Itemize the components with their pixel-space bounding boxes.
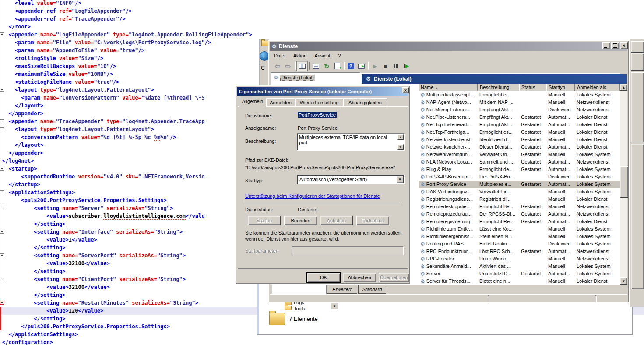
- fold-collapse-icon[interactable]: [0, 167, 4, 171]
- table-row[interactable]: ⚙Net.Msmq-Listener...Empfängt Akt...Deak…: [419, 106, 620, 114]
- maximize-button[interactable]: [611, 42, 619, 49]
- chevron-down-icon[interactable]: ▼: [396, 176, 404, 183]
- service-gear-icon: ⚙: [420, 152, 425, 157]
- table-row[interactable]: ⚙ServerUnterstützt D...GestartetAutomat.…: [419, 270, 620, 277]
- service-gear-icon: ⚙: [420, 122, 425, 128]
- fold-collapse-icon[interactable]: [0, 32, 4, 36]
- table-row[interactable]: ⚙Port Proxy ServiceMultiplexes e...Gesta…: [419, 181, 620, 188]
- table-row[interactable]: ⚙Server für Threads...Bietet eine n...Ma…: [419, 277, 620, 285]
- fold-collapse-icon-changed[interactable]: [0, 301, 4, 305]
- folder-dropdown-button[interactable]: ▼: [331, 302, 338, 309]
- close-button[interactable]: ×: [620, 42, 628, 49]
- toolbar-refresh-icon[interactable]: ↻: [321, 61, 332, 71]
- table-row[interactable]: ⚙NetzwerklistendienstIdentifiziert d...G…: [419, 136, 620, 143]
- folder-item-tools[interactable]: Tools: [285, 306, 305, 311]
- beschreibung-textbox[interactable]: Multiplexes external TCP/IP data on loca…: [297, 133, 405, 151]
- menu-item-ansicht[interactable]: Ansicht: [310, 52, 334, 59]
- toolbar-forward-icon[interactable]: ⇨: [283, 61, 293, 71]
- column-header-status[interactable]: Status: [519, 84, 546, 91]
- table-row[interactable]: ⚙Richtlinienergebniss...Stellt einen N..…: [419, 233, 620, 240]
- table-row[interactable]: ⚙Plug & PlayErmöglicht de...GestartetAut…: [419, 166, 620, 173]
- table-row[interactable]: ⚙Registrierungsdiens...Registriert di...…: [419, 196, 620, 203]
- fold-collapse-icon[interactable]: [0, 127, 4, 131]
- table-row[interactable]: ⚙Netzwerkverbindun...Verwaltet Ob...Gest…: [419, 151, 620, 158]
- table-row[interactable]: ⚙NLA (Network Loca...Sammelt und ...Gest…: [419, 158, 620, 166]
- table-row[interactable]: ⚙Multimediaklassenpl...Ermöglicht ei...M…: [419, 91, 620, 99]
- anhalten-button[interactable]: Anhalten: [320, 216, 353, 225]
- services-window-titlebar[interactable]: ⚙ Dienste: [270, 42, 627, 51]
- view-tab-erweitert[interactable]: Erweitert: [327, 285, 357, 294]
- table-row[interactable]: ⚙Remoteprozedurau...Der RPCSS-Di...Gesta…: [419, 210, 620, 218]
- scroll-down-icon[interactable]: ▼: [397, 144, 404, 150]
- fortsetzen-button[interactable]: Fortsetzen: [356, 216, 389, 225]
- toolbar-stop-service-icon[interactable]: ■: [380, 61, 391, 71]
- table-row[interactable]: ⚙RPC-LocatorUnter Windo...ManuellNetzwer…: [419, 255, 620, 263]
- startoptions-help-link[interactable]: Unterstützung beim Konfigurieren der Sta…: [245, 193, 380, 199]
- table-row[interactable]: ⚙RAS-Verbindungsv...Verwaltet Ein...Manu…: [419, 188, 620, 196]
- table-row[interactable]: ⚙PnP-X-IP-Busenum...Der PnP-X-Bu...Deakt…: [419, 173, 620, 181]
- cell-anmelden-als: Lokales System: [575, 181, 620, 188]
- tree-item-dienste-lokal[interactable]: ⚙ Dienste (Lokal): [274, 75, 315, 81]
- fold-collapse-icon[interactable]: [0, 206, 4, 210]
- code-line: <maximumFileSize value="10MB"/>: [2, 70, 113, 78]
- starten-button[interactable]: Starten: [248, 216, 281, 225]
- abbrechen-button[interactable]: Abbrechen: [343, 273, 376, 282]
- table-row[interactable]: ⚙RemoteregistrierungErmöglicht Re...Gest…: [419, 218, 620, 225]
- column-header-name[interactable]: Name▲: [419, 84, 478, 91]
- tab-wiederherstellung[interactable]: Wiederherstellung: [295, 98, 343, 107]
- ubernehmen-button[interactable]: Übernehmen: [379, 273, 409, 282]
- toolbar-start-service-icon[interactable]: ▶: [370, 61, 380, 71]
- toolbar-back-icon[interactable]: ⇦: [272, 61, 283, 71]
- table-row[interactable]: ⚙Net.Tcp-Portfreiga...Ermöglicht es...Ge…: [419, 128, 620, 136]
- table-row[interactable]: ⚙Remotedesktopdie...Ermöglicht Be...Gest…: [419, 203, 620, 210]
- dienstname-value[interactable]: PortProxyService: [298, 112, 337, 117]
- scrollbar-thumb[interactable]: [620, 166, 628, 198]
- column-header-beschreibung[interactable]: Beschreibung: [478, 84, 519, 91]
- table-row[interactable]: ⚙Sekundäre Anmeld...Aktiviert das ...Man…: [419, 263, 620, 270]
- table-row[interactable]: ⚙NAP-Agent (Netwo...Mit dem NAP-...Manue…: [419, 99, 620, 106]
- fold-collapse-icon[interactable]: [0, 119, 4, 123]
- toolbar-show-window-icon[interactable]: ▶: [356, 61, 366, 71]
- toolbar-export-list-icon[interactable]: [332, 61, 342, 71]
- toolbar-properties-icon[interactable]: [311, 61, 321, 71]
- scroll-up-icon[interactable]: ▲: [397, 134, 404, 140]
- back-button[interactable]: ←: [260, 51, 269, 61]
- services-list[interactable]: ⚙Multimediaklassenpl...Ermöglicht ei...M…: [419, 91, 620, 285]
- table-row[interactable]: ⚙Net.Tcp-Listenerad...Empfängt Akt...Ges…: [419, 121, 620, 128]
- ok-button[interactable]: OK: [307, 273, 340, 282]
- list-scrollbar[interactable]: ▲ ▼: [620, 84, 627, 285]
- scroll-down-icon[interactable]: ▼: [620, 277, 627, 285]
- anzeigename-value[interactable]: Port Proxy Service: [298, 125, 338, 131]
- fold-collapse-icon[interactable]: [0, 190, 4, 194]
- minimize-button[interactable]: [602, 42, 610, 49]
- table-row[interactable]: ⚙Routing und RASBietet Routin...Deaktivi…: [419, 240, 620, 248]
- table-row[interactable]: ⚙Net.Pipe-Listenera...Empfängt Akt...Ges…: [419, 114, 620, 121]
- toolbar-show-tree-icon[interactable]: [296, 61, 308, 71]
- fold-collapse-icon[interactable]: [0, 88, 4, 92]
- menu-item-help[interactable]: ?: [334, 52, 345, 59]
- tab-abhängigkeiten[interactable]: Abhängigkeiten: [343, 98, 387, 107]
- column-header-anmelden-als[interactable]: Anmelden als: [575, 84, 620, 91]
- scroll-up-icon[interactable]: ▲: [620, 84, 627, 91]
- toolbar-help-icon[interactable]: ?: [345, 61, 356, 71]
- table-row[interactable]: ⚙RPC-Endpunktzuor...Löst RPC-Sch...Gesta…: [419, 248, 620, 255]
- beenden-button[interactable]: Beenden: [284, 216, 317, 225]
- toolbar-pause-service-icon[interactable]: [391, 61, 401, 71]
- fold-collapse-icon[interactable]: [0, 253, 4, 257]
- table-row[interactable]: ⚙Richtlinie zum Entfe...Lässt eine Ko...…: [419, 225, 620, 233]
- menu-item-datei[interactable]: Datei: [270, 52, 289, 59]
- startparameter-input[interactable]: [292, 246, 404, 255]
- menu-item-aktion[interactable]: Aktion: [289, 52, 311, 59]
- view-tab-standard[interactable]: Standard: [358, 285, 386, 294]
- toolbar-restart-service-icon[interactable]: ▶: [401, 61, 412, 71]
- starttyp-combobox[interactable]: Automatisch (Verzögerter Start) ▼: [297, 175, 405, 184]
- dialog-titlebar[interactable]: Eigenschaften von Port Proxy Service (Lo…: [237, 87, 408, 96]
- column-header-starttyp[interactable]: Starttyp: [546, 84, 575, 91]
- table-row[interactable]: ⚙Netzwerkspeicher-...Dieser Dienst...Ges…: [419, 143, 620, 151]
- tab-anmelden[interactable]: Anmelden: [266, 98, 295, 107]
- fold-collapse-icon[interactable]: [0, 230, 4, 234]
- toolbar-separator: [366, 62, 370, 71]
- fold-collapse-icon[interactable]: [0, 277, 4, 281]
- dialog-close-icon[interactable]: ×: [402, 87, 409, 93]
- tab-allgemein[interactable]: Allgemein: [239, 97, 266, 107]
